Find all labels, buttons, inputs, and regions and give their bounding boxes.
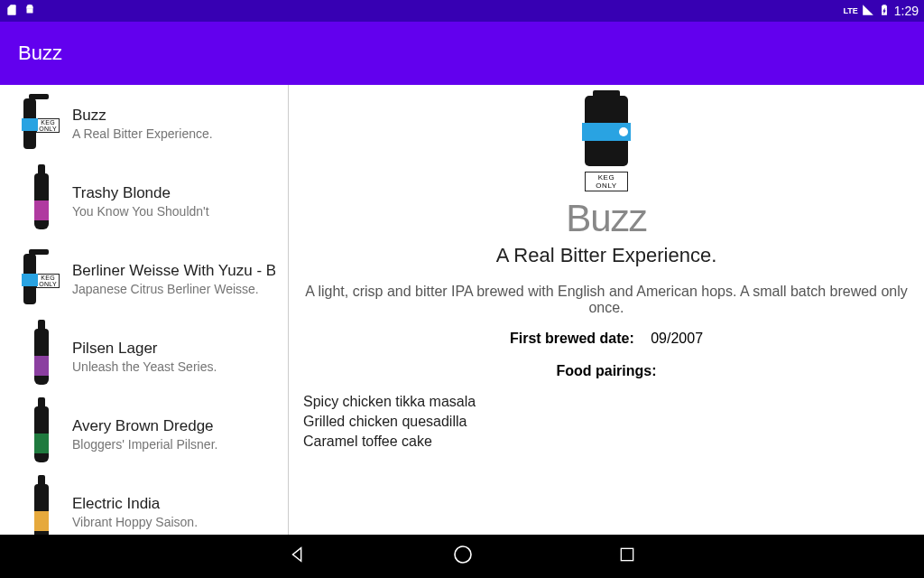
list-item[interactable]: Trashy BlondeYou Know You Shouldn't bbox=[0, 163, 288, 240]
item-title: Electric India bbox=[72, 495, 275, 513]
keg-only-badge: KEG ONLY bbox=[36, 118, 60, 133]
beer-thumb bbox=[23, 480, 60, 535]
beer-thumb: KEG ONLY bbox=[23, 92, 60, 155]
sd-card-icon bbox=[5, 4, 18, 19]
item-title: Pilsen Lager bbox=[72, 340, 275, 358]
list-item[interactable]: KEG ONLYBuzzA Real Bitter Experience. bbox=[0, 85, 288, 163]
page-title: Buzz bbox=[18, 42, 62, 65]
keg-only-badge: KEG ONLY bbox=[36, 274, 60, 288]
item-tagline: Japanese Citrus Berliner Weisse. bbox=[72, 282, 275, 296]
home-button[interactable] bbox=[452, 544, 474, 569]
android-icon bbox=[23, 4, 36, 19]
pairing-item: Caramel toffee cake bbox=[303, 432, 917, 452]
item-title: Avery Brown Dredge bbox=[72, 417, 275, 435]
pairings-list: Spicy chicken tikka masalaGrilled chicke… bbox=[296, 392, 917, 452]
pairings-label: Food pairings: bbox=[296, 363, 917, 379]
beer-thumb bbox=[23, 170, 60, 233]
beer-thumb: KEG ONLY bbox=[23, 247, 60, 311]
item-tagline: You Know You Shouldn't bbox=[72, 204, 275, 219]
item-title: Berliner Weisse With Yuzu - B… bbox=[72, 262, 275, 280]
item-tagline: A Real Bitter Experience. bbox=[72, 126, 275, 141]
list-item[interactable]: Pilsen LagerUnleash the Yeast Series. bbox=[0, 318, 288, 396]
signal-icon bbox=[862, 4, 874, 19]
first-brewed-label: First brewed date: bbox=[510, 331, 634, 346]
detail-description: A light, crisp and bitter IPA brewed wit… bbox=[296, 284, 917, 316]
item-tagline: Bloggers' Imperial Pilsner. bbox=[72, 437, 275, 452]
item-tagline: Unleash the Yeast Series. bbox=[72, 359, 275, 374]
status-bar: LTE 1:29 bbox=[0, 0, 924, 22]
list-item[interactable]: Electric IndiaVibrant Hoppy Saison. bbox=[0, 473, 288, 535]
list-item[interactable]: KEG ONLYBerliner Weisse With Yuzu - B…Ja… bbox=[0, 240, 288, 318]
app-bar: Buzz bbox=[0, 22, 924, 85]
pairing-item: Spicy chicken tikka masala bbox=[303, 392, 917, 412]
lte-label: LTE bbox=[843, 6, 857, 15]
android-nav-bar bbox=[0, 535, 924, 578]
svg-rect-0 bbox=[27, 8, 33, 13]
beer-thumb bbox=[23, 325, 60, 388]
status-clock: 1:29 bbox=[894, 4, 919, 18]
back-button[interactable] bbox=[288, 545, 308, 568]
svg-rect-2 bbox=[621, 548, 633, 560]
beer-thumb bbox=[23, 403, 60, 466]
item-tagline: Vibrant Hoppy Saison. bbox=[72, 515, 275, 529]
beer-list[interactable]: KEG ONLYBuzzA Real Bitter Experience.Tra… bbox=[0, 85, 289, 535]
detail-image: KEG ONLY bbox=[579, 96, 633, 191]
detail-title: Buzz bbox=[296, 197, 917, 240]
first-brewed-row: First brewed date: 09/2007 bbox=[296, 331, 917, 347]
item-title: Buzz bbox=[72, 107, 275, 125]
beer-detail: KEG ONLY Buzz A Real Bitter Experience. … bbox=[289, 85, 924, 535]
detail-tagline: A Real Bitter Experience. bbox=[296, 244, 917, 267]
battery-charging-icon bbox=[878, 4, 891, 19]
content-pane: KEG ONLYBuzzA Real Bitter Experience.Tra… bbox=[0, 85, 924, 535]
item-title: Trashy Blonde bbox=[72, 184, 275, 202]
recents-button[interactable] bbox=[618, 545, 636, 567]
list-item[interactable]: Avery Brown DredgeBloggers' Imperial Pil… bbox=[0, 396, 288, 473]
svg-point-1 bbox=[455, 546, 471, 563]
keg-only-badge: KEG ONLY bbox=[585, 172, 628, 191]
pairing-item: Grilled chicken quesadilla bbox=[303, 412, 917, 432]
first-brewed-value: 09/2007 bbox=[651, 331, 703, 347]
